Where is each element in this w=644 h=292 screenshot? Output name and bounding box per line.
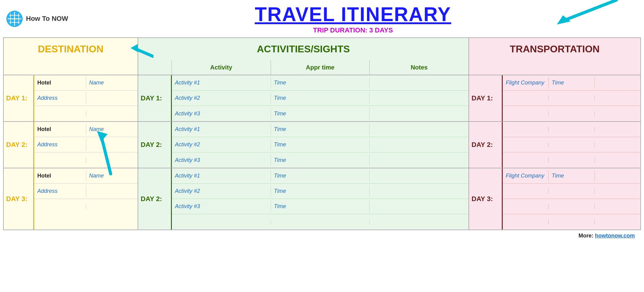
trans-day3-empty2 — [549, 189, 594, 194]
trans-day3-label: DAY 3: — [469, 168, 503, 230]
dest-day2-row2: Address — [34, 137, 138, 152]
trans-day3: DAY 3: Flight Company Time — [469, 168, 640, 230]
dest-day2-row3 — [34, 152, 138, 168]
act-day3-time3: Time — [271, 201, 370, 212]
act-day1-row1: Activity #1 Time — [172, 75, 468, 91]
activities-header-cell: ACTIVITIES/SIGHTS — [138, 38, 469, 60]
act-day2-time1: Time — [271, 124, 370, 135]
day3-row: DAY 3: Hotel Name Address DAY 2: — [3, 168, 641, 230]
trans-day3-empty5 — [549, 204, 594, 209]
logo-text: How To NOW — [26, 15, 68, 23]
dest-day3-row2: Address — [34, 184, 138, 199]
trans-day2-empty9 — [595, 158, 640, 163]
logo-container: How To NOW — [6, 10, 68, 27]
logo-icon — [6, 10, 23, 27]
trans-day3-extra1 — [595, 174, 640, 178]
trans-day1-empty2 — [549, 96, 594, 101]
act-subheader-activity: Activity — [172, 60, 271, 75]
trans-day2-row2 — [503, 137, 640, 152]
trans-day3-empty8 — [549, 219, 594, 224]
act-day2-row3: Activity #3 Time — [172, 152, 468, 168]
trans-day3-company1: Flight Company — [503, 170, 549, 182]
dest-day2-empty1 — [34, 158, 86, 163]
trans-day1-time1: Time — [549, 77, 594, 88]
act-day1-notes2 — [370, 96, 468, 101]
trans-day3-row2 — [503, 184, 640, 199]
act-day1-time3: Time — [271, 108, 370, 119]
activities-subheader: Activity Appr time Notes — [138, 60, 469, 75]
svg-marker-8 — [557, 15, 571, 24]
dest-day2-hotel-label: Hotel — [34, 124, 86, 135]
trans-day1: DAY 1: Flight Company Time — [469, 75, 640, 121]
trans-day3-row4 — [503, 214, 640, 230]
trans-day2-empty3 — [595, 127, 640, 132]
trans-day2-empty5 — [549, 142, 594, 147]
act-day3-row2: Activity #2 Time — [172, 184, 468, 199]
svg-line-7 — [561, 0, 616, 21]
trans-day2-empty6 — [595, 142, 640, 147]
act-day2-rows: Activity #1 Time Activity #2 Time Activi… — [172, 122, 468, 168]
trans-day1-empty4 — [503, 111, 549, 116]
trans-day3-empty7 — [503, 219, 549, 224]
activities-header: ACTIVITIES/SIGHTS — [257, 43, 350, 54]
act-day3-row4 — [172, 214, 468, 230]
act-day3-empty2 — [271, 219, 370, 224]
trans-day2-empty4 — [503, 142, 549, 147]
trans-day2-rows — [503, 122, 640, 168]
transportation-header-cell: TRANSPORTATION — [469, 38, 640, 60]
act-day1-row3: Activity #3 Time — [172, 106, 468, 121]
dest-day2: DAY 2: Hotel Name Address — [4, 122, 138, 168]
act-day2-label: DAY 2: — [138, 122, 172, 168]
trans-day3-row1: Flight Company Time — [503, 168, 640, 184]
day2-row: DAY 2: Hotel Name Address DAY 2: — [3, 122, 641, 168]
dest-day3-hotel-name: Name — [86, 170, 138, 182]
act-day1-act1: Activity #1 — [172, 77, 271, 88]
dest-day3: DAY 3: Hotel Name Address — [4, 168, 138, 230]
dest-day1-row2: Address — [34, 91, 138, 106]
dest-day3-empty2 — [86, 204, 138, 209]
act-subheader-time: Appr time — [271, 60, 370, 75]
destination-header: DESTINATION — [38, 43, 104, 54]
trans-day3-empty1 — [503, 189, 549, 194]
dest-day3-address-val — [86, 189, 138, 194]
transportation-header: TRANSPORTATION — [510, 43, 600, 54]
footer: More: howtonow.com — [3, 230, 641, 241]
dest-day3-address: Address — [34, 185, 86, 197]
act-day1-time1: Time — [271, 77, 370, 88]
dest-day2-row1: Hotel Name — [34, 122, 138, 137]
trans-day3-row3 — [503, 199, 640, 214]
footer-website-link[interactable]: howtonow.com — [595, 233, 635, 239]
act-day2-row2: Activity #2 Time — [172, 137, 468, 152]
dest-day2-hotel-name: Name — [86, 124, 138, 135]
sub-header-row: Activity Appr time Notes — [3, 60, 641, 75]
trans-day1-empty1 — [503, 96, 549, 101]
act-day3-empty1 — [172, 219, 271, 224]
dest-day3-hotel-label: Hotel — [34, 170, 86, 182]
dest-day2-empty2 — [86, 158, 138, 163]
act-day1-act3: Activity #3 — [172, 108, 271, 119]
act-day1-row2: Activity #2 Time — [172, 91, 468, 106]
trans-day2-label: DAY 2: — [469, 122, 503, 168]
dest-subheader-spacer — [4, 60, 138, 75]
act-day1-time2: Time — [271, 92, 370, 104]
act-day2-time2: Time — [271, 139, 370, 150]
act-day2-notes2 — [370, 142, 468, 147]
trans-subheader-spacer — [469, 60, 640, 75]
dest-day3-row1: Hotel Name — [34, 168, 138, 184]
dest-day1-empty2 — [86, 111, 138, 116]
act-day3-time2: Time — [271, 185, 370, 197]
act-day2-time3: Time — [271, 155, 370, 166]
trans-day3-time1: Time — [549, 170, 594, 182]
act-day3-notes3 — [370, 204, 468, 209]
act-day1-label: DAY 1: — [138, 75, 172, 121]
act-day3-act3: Activity #3 — [172, 201, 271, 212]
trans-day1-company1: Flight Company — [503, 77, 549, 88]
act-day3-row1: Activity #1 Time — [172, 168, 468, 184]
dest-day3-label: DAY 3: — [4, 168, 34, 230]
act-day3-rows: Activity #1 Time Activity #2 Time Activi… — [172, 168, 468, 230]
act-day3-empty3 — [370, 219, 468, 224]
act-day1-notes1 — [370, 80, 468, 85]
act-day3-label: DAY 2: — [138, 168, 172, 230]
act-day2: DAY 2: Activity #1 Time Activity #2 Time… — [138, 122, 469, 168]
page-header: How To NOW TRAVEL ITINERARY TRIP DURATIO… — [0, 0, 644, 37]
